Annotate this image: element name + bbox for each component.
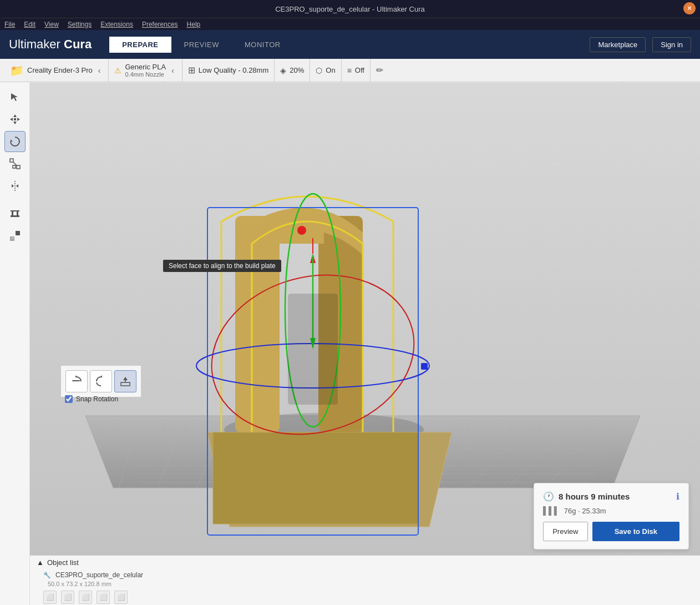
svg-marker-2 bbox=[10, 118, 13, 121]
svg-marker-12 bbox=[16, 184, 18, 188]
material-name[interactable]: Generic PLA bbox=[125, 63, 166, 71]
svg-marker-5 bbox=[11, 139, 13, 142]
brand-logo: Ultimaker Cura bbox=[9, 37, 92, 52]
folder-icon[interactable]: 📁 bbox=[10, 64, 24, 77]
tool-mirror[interactable] bbox=[4, 175, 26, 196]
obj-cube4-icon[interactable]: ⬜ bbox=[97, 591, 110, 604]
close-button[interactable]: × bbox=[683, 2, 696, 14]
svg-point-58 bbox=[297, 226, 306, 235]
svg-line-8 bbox=[13, 162, 17, 165]
rotate-face-button[interactable] bbox=[114, 370, 136, 392]
menu-preferences[interactable]: Preferences bbox=[142, 21, 178, 28]
object-dimensions: 50.0 x 73.2 x 120.8 mm bbox=[30, 581, 700, 587]
tab-monitor[interactable]: MONITOR bbox=[232, 37, 293, 53]
marketplace-button[interactable]: Marketplace bbox=[590, 37, 646, 52]
print-time-row: 🕐 8 hours 9 minutes ℹ bbox=[543, 491, 679, 502]
quality-name[interactable]: Low Quality - 0.28mm bbox=[199, 66, 268, 74]
tool-rotate[interactable] bbox=[4, 131, 26, 152]
toolbar-row: 📁 Creality Ender-3 Pro ‹ ⚠ Generic PLA 0… bbox=[0, 59, 700, 82]
infill-section: ◈ 20% bbox=[275, 59, 310, 82]
object-item-icon: 🔧 bbox=[43, 572, 51, 579]
svg-marker-3 bbox=[17, 118, 20, 121]
obj-cube3-icon[interactable]: ⬜ bbox=[79, 591, 92, 604]
preview-button[interactable]: Preview bbox=[543, 522, 588, 541]
svg-rect-14 bbox=[12, 211, 13, 215]
object-icons-row: ⬜ ⬜ ⬜ ⬜ ⬜ bbox=[30, 587, 700, 605]
snap-rotation-row: Snap Rotation bbox=[65, 395, 118, 403]
object-item-name: CE3PRO_suporte_de_celular bbox=[55, 571, 143, 579]
printer-chevron[interactable]: ‹ bbox=[96, 66, 103, 75]
tool-select[interactable] bbox=[4, 87, 26, 108]
svg-marker-59 bbox=[75, 375, 78, 377]
material-section: ⚠ Generic PLA 0.4mm Nozzle ‹ bbox=[109, 59, 182, 82]
svg-rect-13 bbox=[11, 215, 19, 217]
svg-rect-62 bbox=[121, 382, 130, 386]
object-list-arrow: ▲ bbox=[37, 558, 44, 567]
svg-rect-6 bbox=[10, 159, 13, 162]
adhesion-section: ≡ Off bbox=[342, 59, 371, 82]
print-time: 🕐 8 hours 9 minutes bbox=[543, 491, 630, 502]
left-toolbar: A bbox=[0, 82, 30, 605]
rotate-reset-button[interactable] bbox=[65, 370, 88, 392]
menu-help[interactable]: Help bbox=[187, 21, 201, 28]
menu-file[interactable]: File bbox=[4, 21, 15, 28]
menu-view[interactable]: View bbox=[44, 21, 59, 28]
svg-rect-7 bbox=[17, 165, 20, 169]
svg-marker-1 bbox=[13, 122, 17, 124]
object-list-header[interactable]: ▲ Object list bbox=[30, 556, 700, 569]
clock-icon: 🕐 bbox=[543, 491, 554, 502]
quality-section: ⊞ Low Quality - 0.28mm bbox=[182, 59, 275, 82]
main-area: A bbox=[0, 82, 700, 605]
menu-edit[interactable]: Edit bbox=[24, 21, 35, 28]
print-time-value: 8 hours 9 minutes bbox=[559, 492, 630, 501]
tool-support[interactable] bbox=[4, 203, 26, 224]
settings-section: ✏ bbox=[371, 59, 389, 82]
object-list-item[interactable]: 🔧 CE3PRO_suporte_de_celular bbox=[30, 569, 700, 581]
tab-preview[interactable]: PREVIEW bbox=[171, 37, 232, 53]
info-icon[interactable]: ℹ bbox=[676, 491, 679, 502]
print-info-panel: 🕐 8 hours 9 minutes ℹ ▌▌▌ 76g · 25.33m P… bbox=[534, 483, 689, 549]
obj-cube-icon[interactable]: ⬜ bbox=[43, 591, 57, 604]
adhesion-value[interactable]: Off bbox=[355, 66, 364, 74]
brand-name: Ultimaker bbox=[9, 37, 60, 51]
snap-rotation-checkbox[interactable] bbox=[65, 395, 73, 403]
svg-marker-47 bbox=[213, 432, 418, 524]
object-list-panel: ▲ Object list 🔧 CE3PRO_suporte_de_celula… bbox=[30, 555, 700, 605]
svg-marker-11 bbox=[12, 184, 14, 188]
tool-scale[interactable] bbox=[4, 153, 26, 174]
infill-value[interactable]: 20% bbox=[290, 66, 304, 74]
title-bar: CE3PRO_suporte_de_celular - Ultimaker Cu… bbox=[0, 0, 700, 18]
menu-settings[interactable]: Settings bbox=[68, 21, 92, 28]
quality-icon: ⊞ bbox=[188, 65, 195, 75]
svg-rect-15 bbox=[17, 211, 18, 215]
svg-marker-61 bbox=[100, 375, 102, 377]
signin-button[interactable]: Sign in bbox=[652, 37, 691, 52]
viewport: Select face to align to the build plate … bbox=[30, 82, 700, 605]
filament-icon: ▌▌▌ bbox=[543, 506, 560, 515]
infill-icon: ◈ bbox=[280, 66, 286, 75]
support-value[interactable]: On bbox=[326, 66, 335, 74]
menu-bar: File Edit View Settings Extensions Prefe… bbox=[0, 18, 700, 30]
svg-rect-18 bbox=[16, 231, 20, 235]
menu-extensions[interactable]: Extensions bbox=[100, 21, 133, 28]
tool-per-model[interactable]: A bbox=[4, 225, 26, 246]
brand-bold: Cura bbox=[64, 37, 92, 51]
save-to-disk-button[interactable]: Save to Disk bbox=[592, 522, 679, 541]
action-row: Preview Save to Disk bbox=[543, 522, 679, 541]
top-nav: Ultimaker Cura PREPARE PREVIEW MONITOR M… bbox=[0, 30, 700, 59]
material-warning-icon: ⚠ bbox=[114, 66, 121, 75]
obj-cube5-icon[interactable]: ⬜ bbox=[114, 591, 128, 604]
svg-rect-4 bbox=[14, 118, 16, 120]
material-usage-row: ▌▌▌ 76g · 25.33m bbox=[543, 506, 679, 515]
window-title: CE3PRO_suporte_de_celular - Ultimaker Cu… bbox=[275, 5, 425, 13]
settings-pencil-icon[interactable]: ✏ bbox=[376, 65, 383, 75]
printer-name[interactable]: Creality Ender-3 Pro bbox=[27, 66, 93, 74]
tab-prepare[interactable]: PREPARE bbox=[109, 37, 171, 53]
rotate-left-button[interactable] bbox=[90, 370, 112, 392]
obj-cube2-icon[interactable]: ⬜ bbox=[61, 591, 74, 604]
material-usage-value: 76g · 25.33m bbox=[564, 507, 606, 515]
svg-rect-56 bbox=[421, 363, 428, 370]
nav-tabs: PREPARE PREVIEW MONITOR bbox=[109, 37, 293, 53]
material-chevron[interactable]: ‹ bbox=[169, 66, 176, 75]
tool-move[interactable] bbox=[4, 109, 26, 130]
